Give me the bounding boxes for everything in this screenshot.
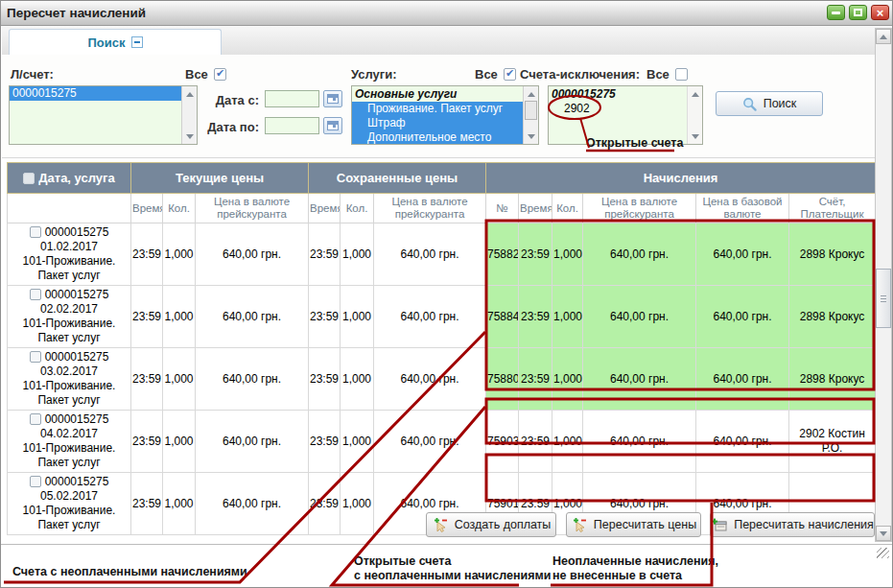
cell-saved-time: 23:59 [309, 348, 341, 411]
cell-date-service: 000001527502.02.2017101-Проживание. Паке… [8, 286, 131, 348]
cell-accrual-price: 640,00 грн. [583, 223, 696, 286]
row-checkbox[interactable] [30, 413, 41, 425]
sub-header-number: № [486, 194, 519, 223]
scrollbar-thumb[interactable] [525, 101, 537, 120]
scrollbar-thumb[interactable] [876, 269, 891, 328]
cell-current-time: 23:59 [131, 286, 163, 348]
services-listbox[interactable]: Основные услуги Проживание. Пакет услугШ… [351, 85, 539, 145]
cell-current-qty: 1,000 [163, 223, 196, 286]
recalculate-prices-label: Пересчитать цены [594, 518, 696, 531]
account-listbox[interactable]: 0000015275 [9, 85, 198, 145]
cell-current-qty: 1,000 [163, 411, 196, 473]
account-label: Л/счет: [11, 67, 54, 82]
sub-header-price: Цена в валюте прейскуранта [196, 194, 309, 223]
row-checkbox[interactable] [30, 351, 41, 363]
sub-header-time: Время [309, 194, 341, 223]
cell-accrual-qty: 1,000 [552, 411, 583, 473]
date-from-input[interactable] [265, 90, 319, 107]
cell-date-service: 000001527503.02.2017101-Проживание. Паке… [8, 348, 131, 411]
scroll-down-icon[interactable] [182, 129, 197, 143]
cell-accrual-time: 23:59 [519, 411, 552, 473]
services-group-header: Основные услуги [352, 86, 538, 102]
maximize-icon [854, 9, 862, 16]
cell-accrual-base-price: 640,00 грн. [696, 348, 789, 411]
cell-saved-qty: 1,000 [341, 473, 374, 535]
recalculate-accruals-label: Пересчитать начисления [734, 518, 874, 531]
cell-accrual-price: 640,00 грн. [583, 348, 696, 411]
collapse-icon[interactable] [131, 36, 143, 48]
date-to-input[interactable] [265, 117, 319, 134]
tab-strip: Поиск [2, 26, 891, 55]
cell-current-time: 23:59 [131, 411, 163, 473]
service-list-item[interactable]: Штраф [352, 116, 538, 130]
cell-saved-qty: 1,000 [341, 348, 374, 411]
sub-header-base-price: Цена в базовой валюте [696, 194, 789, 223]
account-list-item[interactable]: 0000015275 [10, 86, 197, 101]
cell-saved-time: 23:59 [309, 286, 341, 348]
cell-current-time: 23:59 [131, 223, 163, 286]
scroll-down-icon[interactable] [688, 129, 702, 143]
resize-grip[interactable] [877, 548, 889, 558]
select-all-checkbox[interactable] [23, 173, 35, 184]
cell-accrual-payer: 2898 Крокус [789, 348, 876, 411]
exclusions-listbox-scrollbar[interactable] [687, 86, 702, 144]
header-current-prices: Текущие цены [131, 163, 309, 194]
header-accruals: Начисления [486, 163, 876, 194]
sub-header-qty: Кол. [163, 194, 196, 223]
hand-plus-minus-icon [432, 517, 449, 532]
row-checkbox[interactable] [30, 289, 41, 300]
vertical-scrollbar[interactable] [875, 28, 892, 542]
minimize-button[interactable] [827, 5, 845, 20]
account-all-checkbox[interactable] [214, 68, 226, 81]
cell-date-service: 000001527504.02.2017101-Проживание. Паке… [8, 411, 131, 473]
create-surcharges-label: Создать доплаты [455, 518, 552, 531]
recalculate-prices-button[interactable]: Пересчитать цены [566, 512, 701, 537]
scroll-up-button[interactable] [876, 29, 891, 44]
cell-accrual-base-price: 640,00 грн. [696, 223, 789, 286]
exclusions-all-checkbox[interactable] [675, 68, 688, 81]
cell-current-price: 640,00 грн. [196, 411, 309, 473]
sub-header-qty: Кол. [552, 194, 583, 223]
scroll-down-button[interactable] [876, 526, 891, 541]
cell-current-qty: 1,000 [163, 473, 196, 535]
annotation-unpaid-accruals: Неоплаченные начисления, не внесенные в … [552, 554, 718, 583]
cell-saved-time: 23:59 [309, 411, 341, 473]
row-checkbox[interactable] [30, 226, 41, 238]
service-list-item[interactable]: Дополнительное место [352, 130, 538, 145]
scroll-up-icon[interactable] [688, 87, 702, 101]
window: Пересчет начислений × Поиск Л/счет: Все … [0, 0, 893, 588]
exclusions-label: Счета-исключения: [520, 67, 640, 82]
cell-saved-qty: 1,000 [341, 286, 374, 348]
account-listbox-scrollbar[interactable] [181, 86, 197, 144]
table-row: 000001527503.02.2017101-Проживание. Паке… [8, 348, 876, 411]
exclusions-group-header: 0000015275 [549, 86, 702, 102]
group-header-row: Дата, услуга Текущие цены Сохраненные це… [8, 163, 876, 194]
sub-header-time: Время [131, 194, 163, 223]
date-to-calendar-button[interactable] [323, 117, 342, 134]
cell-accrual-qty: 1,000 [552, 286, 583, 348]
scroll-up-icon[interactable] [182, 87, 197, 101]
scroll-up-icon[interactable] [524, 87, 538, 101]
search-button[interactable]: Поиск [716, 91, 823, 116]
row-checkbox[interactable] [30, 476, 41, 487]
tab-search[interactable]: Поиск [9, 29, 222, 55]
arrow-down-icon [880, 531, 887, 536]
sub-header-empty [8, 194, 131, 223]
close-button[interactable]: × [871, 5, 889, 20]
create-surcharges-button[interactable]: Создать доплаты [426, 512, 556, 537]
sub-header-row: Время Кол. Цена в валюте прейскуранта Вр… [8, 194, 876, 223]
cell-saved-price: 640,00 грн. [374, 411, 486, 473]
date-from-calendar-button[interactable] [323, 90, 342, 107]
service-list-item[interactable]: Проживание. Пакет услуг [352, 102, 538, 116]
scroll-down-icon[interactable] [524, 129, 538, 143]
maximize-button[interactable] [849, 5, 867, 20]
cell-current-price: 640,00 грн. [196, 286, 309, 348]
cell-accrual-price: 640,00 грн. [583, 411, 696, 473]
services-all-checkbox[interactable] [504, 68, 516, 81]
services-listbox-scrollbar[interactable] [523, 86, 538, 144]
cell-accrual-base-price: 640,00 грн. [696, 411, 789, 473]
cell-accrual-payer: 2898 Крокус [789, 223, 876, 286]
cell-saved-qty: 1,000 [341, 411, 374, 473]
exclusion-list-item[interactable]: 2902 [549, 102, 702, 116]
recalculate-accruals-button[interactable]: Пересчитать начисления [710, 512, 875, 537]
